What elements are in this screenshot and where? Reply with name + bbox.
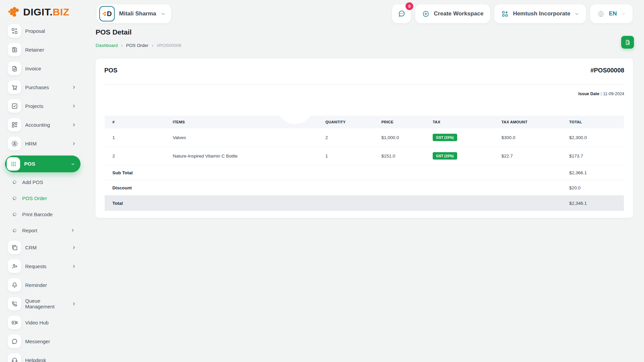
summary-row-sub-total: Sub Total$2,366.1 xyxy=(105,165,624,180)
pos-icon xyxy=(7,157,20,171)
helpdesk-icon xyxy=(8,353,21,362)
chevron-down-icon xyxy=(161,11,166,16)
breadcrumb-separator: › xyxy=(121,43,123,48)
workspace-user-dropdown[interactable]: D Mitali Sharma xyxy=(97,4,171,23)
cell-quantity: 1 xyxy=(325,154,381,159)
sidebar-item-video-hub[interactable]: Video Hub xyxy=(8,316,82,329)
sidebar-item-messenger[interactable]: Messenger xyxy=(8,335,82,348)
app: DIGIT.BIZ D Mitali Sharma 0 Create Works… xyxy=(0,0,644,362)
cell-item-name: Valves xyxy=(173,135,325,140)
summary-label: Discount xyxy=(105,185,325,190)
chat-count-badge: 0 xyxy=(406,2,413,10)
breadcrumb-separator: › xyxy=(152,43,154,48)
requests-icon xyxy=(8,259,21,273)
retainer-icon xyxy=(8,43,21,56)
sidebar: ProposalRetainerInvoicePurchasesProjects… xyxy=(0,0,82,362)
column-header-price: PRICE xyxy=(381,120,433,124)
cell-number: 2 xyxy=(105,154,173,159)
bullet-icon xyxy=(12,228,17,233)
table-header-row: #ITEMSQUANTITYPRICETAXTAX AMOUNTTOTAL xyxy=(105,116,624,128)
breadcrumb: Dashboard›POS Order›#POS00008 xyxy=(96,43,181,48)
export-button[interactable] xyxy=(621,36,634,49)
sidebar-item-crm[interactable]: CRM xyxy=(8,241,82,254)
issue-date: Issue Date : 11-09-2024 xyxy=(578,92,624,96)
chevron-right-icon xyxy=(71,228,75,232)
column-header-total: TOTAL xyxy=(569,120,624,124)
file-export-icon xyxy=(625,39,631,46)
summary-label: Total xyxy=(105,201,325,206)
pos-card-title: POS xyxy=(104,67,117,74)
plus-circle-icon xyxy=(422,10,430,18)
header-actions: 0 Create Workspace Hemtush Incorporate xyxy=(392,4,633,23)
bullet-icon xyxy=(12,180,17,184)
purchases-icon xyxy=(8,80,21,94)
company-dropdown[interactable]: Hemtush Incorporate xyxy=(494,4,586,23)
messenger-icon xyxy=(8,335,21,348)
cell-tax: GST (15%) xyxy=(433,152,501,160)
globe-icon xyxy=(597,10,605,18)
sidebar-item-queue-management[interactable]: Queue Management xyxy=(8,297,82,310)
chevron-down-icon xyxy=(71,162,75,166)
language-dropdown[interactable]: EN xyxy=(590,4,633,23)
breadcrumb-item-dashboard[interactable]: Dashboard xyxy=(96,43,118,48)
avatar: D xyxy=(99,6,115,21)
column-header-quantity: QUANTITY xyxy=(325,120,381,124)
workspace-grid-icon xyxy=(501,10,509,18)
create-workspace-button[interactable]: Create Workspace xyxy=(415,4,490,23)
sidebar-item-reminder[interactable]: Reminder xyxy=(8,278,82,292)
pos-card: POS #POS00008 Issue Date : 11-09-2024 #I… xyxy=(96,59,633,218)
reminder-icon xyxy=(8,278,21,292)
bullet-icon xyxy=(12,196,17,200)
chat-button[interactable]: 0 xyxy=(392,4,411,23)
sidebar-item-requests[interactable]: Requests xyxy=(8,259,82,273)
sidebar-subitem-pos-order[interactable]: POS Order xyxy=(12,192,82,204)
sidebar-item-pos[interactable]: POS xyxy=(5,156,80,172)
sidebar-item-accounting[interactable]: Accounting xyxy=(8,118,82,131)
column-header-tax: TAX xyxy=(433,120,501,124)
language-code: EN xyxy=(609,10,617,17)
summary-label: Sub Total xyxy=(105,170,325,175)
sidebar-item-hrm[interactable]: HRM xyxy=(8,137,82,150)
breadcrumb-item-pos00008: #POS00008 xyxy=(157,43,181,48)
crm-icon xyxy=(8,241,21,254)
sidebar-item-projects[interactable]: Projects xyxy=(8,99,82,113)
sidebar-subitem-add-pos[interactable]: Add POS xyxy=(12,176,82,188)
summary-value: $2,366.1 xyxy=(569,170,624,175)
cell-tax-amount: $22.7 xyxy=(501,154,569,159)
summary-row-total: Total$2,346.1 xyxy=(105,195,624,211)
column-header-: # xyxy=(105,120,173,124)
cell-total: $173.7 xyxy=(569,154,624,159)
page-title: POS Detail xyxy=(96,28,131,36)
chevron-down-icon xyxy=(621,11,626,16)
cell-price: $151.0 xyxy=(381,154,433,159)
column-header-items: ITEMS xyxy=(173,120,325,124)
sidebar-subitem-report[interactable]: Report xyxy=(12,225,82,236)
bullet-icon xyxy=(12,212,17,217)
chevron-right-icon xyxy=(72,141,76,146)
pos-items-table: #ITEMSQUANTITYPRICETAXTAX AMOUNTTOTAL1Va… xyxy=(105,116,624,211)
chevron-right-icon xyxy=(72,264,76,268)
sidebar-subitem-print-barcode[interactable]: Print Barcode xyxy=(12,208,82,220)
cell-number: 1 xyxy=(105,135,173,140)
sidebar-item-proposal[interactable]: Proposal xyxy=(8,24,82,38)
sidebar-item-invoice[interactable]: Invoice xyxy=(8,62,82,75)
sidebar-item-helpdesk[interactable]: Helpdesk xyxy=(8,353,82,362)
divider xyxy=(104,84,624,85)
user-name: Mitali Sharma xyxy=(119,10,156,17)
pos-number: #POS00008 xyxy=(590,67,624,74)
column-header-tax-amount: TAX AMOUNT xyxy=(501,120,569,124)
sidebar-item-retainer[interactable]: Retainer xyxy=(8,43,82,56)
chevron-right-icon xyxy=(72,245,76,250)
chevron-right-icon xyxy=(72,302,76,306)
accounting-icon xyxy=(8,118,21,131)
chevron-right-icon xyxy=(72,104,76,108)
summary-row-discount: Discount$20.0 xyxy=(105,180,624,195)
invoice-icon xyxy=(8,62,21,75)
queue-management-icon xyxy=(8,297,21,310)
hrm-icon xyxy=(8,137,21,150)
cell-price: $1,000.0 xyxy=(381,135,433,140)
summary-value: $2,346.1 xyxy=(569,201,624,206)
sidebar-item-purchases[interactable]: Purchases xyxy=(8,80,82,94)
cell-tax-amount: $300.0 xyxy=(501,135,569,140)
cell-item-name: Nature-Inspired Vitamin C Bottle xyxy=(173,154,325,159)
